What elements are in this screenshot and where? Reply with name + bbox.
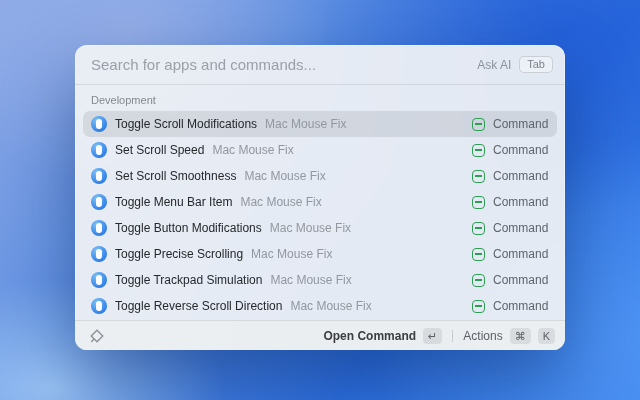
mouse-app-icon	[91, 298, 107, 314]
mouse-app-icon	[91, 220, 107, 236]
item-title: Toggle Button Modifications	[115, 221, 262, 235]
list-item[interactable]: Toggle Trackpad Simulation Mac Mouse Fix…	[83, 267, 557, 293]
command-type-label: Command	[493, 143, 549, 157]
mouse-app-icon	[91, 246, 107, 262]
list-item[interactable]: Set Scroll Speed Mac Mouse Fix Command	[83, 137, 557, 163]
mouse-app-icon	[91, 142, 107, 158]
item-title: Set Scroll Smoothness	[115, 169, 236, 183]
command-type-label: Command	[493, 169, 549, 183]
item-title: Toggle Menu Bar Item	[115, 195, 232, 209]
search-input[interactable]	[91, 56, 477, 73]
item-subtitle: Mac Mouse Fix	[251, 247, 332, 261]
item-title: Toggle Trackpad Simulation	[115, 273, 262, 287]
item-title: Toggle Precise Scrolling	[115, 247, 243, 261]
list-item[interactable]: Toggle Precise Scrolling Mac Mouse Fix C…	[83, 241, 557, 267]
search-bar: Ask AI Tab	[75, 45, 565, 85]
command-type-icon	[472, 118, 485, 131]
command-type-icon	[472, 248, 485, 261]
command-type-label: Command	[493, 273, 549, 287]
item-title: Toggle Reverse Scroll Direction	[115, 299, 282, 313]
command-type-label: Command	[493, 117, 549, 131]
command-type-icon	[472, 222, 485, 235]
item-subtitle: Mac Mouse Fix	[244, 169, 325, 183]
actions-button[interactable]: Actions	[463, 329, 502, 343]
mouse-app-icon	[91, 194, 107, 210]
ask-ai-label[interactable]: Ask AI	[477, 58, 511, 72]
command-type-icon	[472, 144, 485, 157]
enter-key-badge: ↵	[423, 328, 442, 344]
section-header-development: Development	[91, 94, 549, 106]
mouse-app-icon	[91, 168, 107, 184]
command-type-label: Command	[493, 247, 549, 261]
raycast-logo-icon	[89, 328, 105, 344]
list-item[interactable]: Set Scroll Smoothness Mac Mouse Fix Comm…	[83, 163, 557, 189]
command-type-icon	[472, 274, 485, 287]
item-subtitle: Mac Mouse Fix	[212, 143, 293, 157]
command-palette-window: Ask AI Tab Development Toggle Scroll Mod…	[75, 45, 565, 350]
mouse-app-icon	[91, 272, 107, 288]
command-type-icon	[472, 170, 485, 183]
results-list: Development Toggle Scroll Modifications …	[75, 85, 565, 320]
mouse-app-icon	[91, 116, 107, 132]
command-type-label: Command	[493, 221, 549, 235]
item-subtitle: Mac Mouse Fix	[270, 273, 351, 287]
item-subtitle: Mac Mouse Fix	[290, 299, 371, 313]
command-type-label: Command	[493, 299, 549, 313]
open-command-button[interactable]: Open Command	[323, 329, 416, 343]
command-type-label: Command	[493, 195, 549, 209]
list-item[interactable]: Toggle Reverse Scroll Direction Mac Mous…	[83, 293, 557, 319]
command-type-icon	[472, 196, 485, 209]
item-subtitle: Mac Mouse Fix	[270, 221, 351, 235]
item-subtitle: Mac Mouse Fix	[265, 117, 346, 131]
item-title: Set Scroll Speed	[115, 143, 204, 157]
footer-divider	[452, 330, 453, 342]
footer-bar: Open Command ↵ Actions ⌘ K	[75, 320, 565, 350]
tab-key-badge: Tab	[519, 56, 553, 73]
cmd-key-badge: ⌘	[510, 328, 531, 344]
k-key-badge: K	[538, 328, 555, 344]
list-item[interactable]: Toggle Menu Bar Item Mac Mouse Fix Comma…	[83, 189, 557, 215]
command-type-icon	[472, 300, 485, 313]
list-item[interactable]: Toggle Button Modifications Mac Mouse Fi…	[83, 215, 557, 241]
list-item[interactable]: Toggle Scroll Modifications Mac Mouse Fi…	[83, 111, 557, 137]
item-subtitle: Mac Mouse Fix	[240, 195, 321, 209]
item-title: Toggle Scroll Modifications	[115, 117, 257, 131]
